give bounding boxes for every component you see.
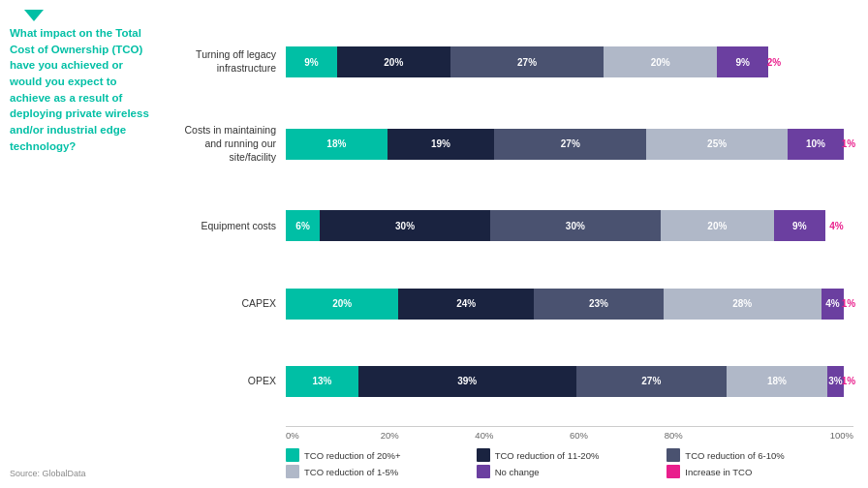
bar-segment: 27% bbox=[494, 129, 646, 160]
bar-container: 20%24%23%28%4%1% bbox=[286, 289, 853, 320]
bar-segment: 20% bbox=[604, 46, 717, 77]
bars-section: Turning off legacy infrastructure9%20%27… bbox=[160, 25, 853, 426]
bar-segment: 27% bbox=[450, 46, 604, 77]
bar-segment: 9% bbox=[286, 46, 337, 77]
bar-container: 9%20%27%20%9%2% bbox=[286, 46, 853, 77]
bar-segment: 27% bbox=[576, 366, 728, 397]
legend-section: TCO reduction of 20%+TCO reduction of 11… bbox=[286, 448, 853, 478]
bar-segment: 18% bbox=[286, 129, 388, 160]
bar-wrapper: 13%39%27%18%3%1% bbox=[286, 366, 853, 397]
legend-label: TCO reduction of 1-5% bbox=[304, 467, 398, 477]
bar-segment: 20% bbox=[661, 210, 774, 241]
bar-segment: 23% bbox=[534, 289, 664, 320]
legend-color-box bbox=[477, 448, 490, 462]
bar-segment: 9% bbox=[774, 210, 825, 241]
chart-area: Turning off legacy infrastructure9%20%27… bbox=[160, 25, 853, 478]
bar-wrapper: 9%20%27%20%9%2% bbox=[286, 46, 853, 77]
bar-segment: 39% bbox=[358, 366, 576, 397]
legend-color-box bbox=[666, 465, 680, 478]
bar-segment: 1% bbox=[844, 129, 853, 160]
x-tick: 60% bbox=[570, 430, 665, 441]
bar-segment: 1% bbox=[844, 289, 853, 320]
bar-wrapper: 20%24%23%28%4%1% bbox=[286, 289, 853, 320]
bar-segment: 4% bbox=[825, 210, 848, 241]
bar-label: Costs in maintaining and running our sit… bbox=[160, 124, 286, 164]
x-tick: 20% bbox=[381, 430, 476, 441]
bar-segment: 6% bbox=[286, 210, 320, 241]
legend-label: TCO reduction of 11-20% bbox=[495, 450, 600, 461]
main-container: What impact on the Total Cost of Ownersh… bbox=[0, 0, 868, 488]
legend-item: TCO reduction of 6-10% bbox=[666, 448, 853, 462]
bar-segment: 10% bbox=[788, 129, 844, 160]
bar-row: OPEX13%39%27%18%3%1% bbox=[160, 366, 853, 397]
bar-row: Turning off legacy infrastructure9%20%27… bbox=[160, 46, 853, 77]
x-tick: 80% bbox=[665, 430, 760, 441]
source-text: Source: GlobalData bbox=[10, 465, 152, 478]
bar-label: CAPEX bbox=[160, 297, 286, 311]
legend-label: TCO reduction of 6-10% bbox=[685, 450, 784, 461]
question-panel: What impact on the Total Cost of Ownersh… bbox=[10, 25, 160, 478]
bar-segment: 1% bbox=[844, 366, 853, 397]
bar-segment: 28% bbox=[664, 289, 822, 320]
legend-item: Increase in TCO bbox=[666, 465, 853, 478]
x-tick: 100% bbox=[759, 430, 853, 441]
bar-segment: 30% bbox=[490, 210, 661, 241]
bar-segment: 20% bbox=[286, 289, 398, 320]
x-axis: 0%20%40%60%80%100% bbox=[286, 426, 853, 441]
bar-container: 18%19%27%25%10%1% bbox=[286, 129, 853, 160]
bar-row: Costs in maintaining and running our sit… bbox=[160, 124, 853, 164]
x-tick: 40% bbox=[475, 430, 570, 441]
bar-segment: 30% bbox=[320, 210, 490, 241]
legend-item: TCO reduction of 11-20% bbox=[477, 448, 664, 462]
bar-segment: 9% bbox=[717, 46, 768, 77]
bar-segment: 19% bbox=[388, 129, 495, 160]
legend-label: No change bbox=[495, 467, 540, 477]
legend-label: TCO reduction of 20%+ bbox=[304, 450, 401, 461]
bar-segment: 25% bbox=[646, 129, 787, 160]
bar-row: Equipment costs6%30%30%20%9%4% bbox=[160, 210, 853, 241]
legend-color-box bbox=[477, 465, 490, 478]
bar-segment: 20% bbox=[337, 46, 450, 77]
bar-segment: 24% bbox=[398, 289, 534, 320]
bar-wrapper: 6%30%30%20%9%4% bbox=[286, 210, 853, 241]
bar-label: OPEX bbox=[160, 375, 286, 388]
x-tick: 0% bbox=[286, 430, 381, 441]
top-triangle-icon bbox=[24, 10, 44, 21]
main-area: What impact on the Total Cost of Ownersh… bbox=[10, 25, 853, 478]
legend-item: No change bbox=[477, 465, 664, 478]
legend-item: TCO reduction of 20%+ bbox=[286, 448, 473, 462]
bar-label: Equipment costs bbox=[160, 220, 286, 233]
legend-item: TCO reduction of 1-5% bbox=[286, 465, 473, 478]
bar-container: 6%30%30%20%9%4% bbox=[286, 210, 853, 241]
bar-label: Turning off legacy infrastructure bbox=[160, 48, 286, 75]
bar-row: CAPEX20%24%23%28%4%1% bbox=[160, 289, 853, 320]
question-text: What impact on the Total Cost of Ownersh… bbox=[10, 25, 152, 154]
bar-wrapper: 18%19%27%25%10%1% bbox=[286, 129, 853, 160]
legend-label: Increase in TCO bbox=[685, 467, 752, 477]
legend-color-box bbox=[286, 448, 299, 462]
bar-segment: 2% bbox=[768, 46, 780, 77]
bar-segment: 18% bbox=[727, 366, 827, 397]
bar-segment: 4% bbox=[822, 289, 844, 320]
bar-segment: 13% bbox=[286, 366, 358, 397]
legend-color-box bbox=[286, 465, 299, 478]
bar-container: 13%39%27%18%3%1% bbox=[286, 366, 853, 397]
legend-color-box bbox=[666, 448, 680, 462]
